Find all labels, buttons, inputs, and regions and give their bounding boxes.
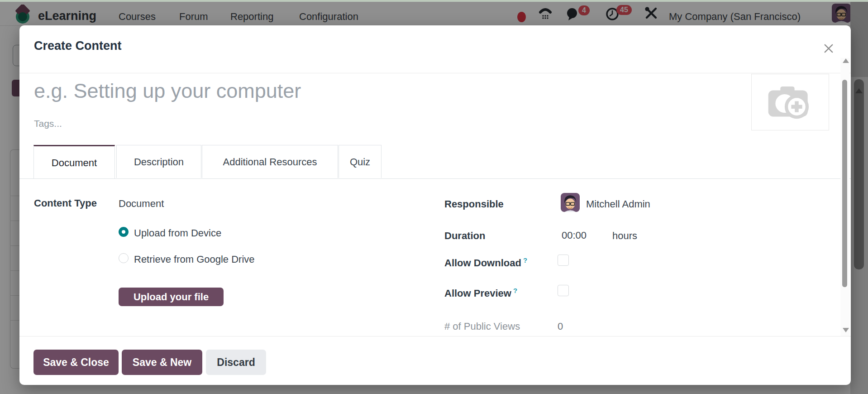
notebook-tabs: Document Description Additional Resource… <box>19 145 851 179</box>
save-new-button[interactable]: Save & New <box>122 350 202 375</box>
public-views-value: 0 <box>558 321 563 332</box>
public-views-label: # of Public Views <box>444 321 520 332</box>
content-type-value[interactable]: Document <box>119 198 164 210</box>
duration-input[interactable] <box>561 229 603 242</box>
allow-preview-checkbox[interactable] <box>558 285 569 296</box>
screen: eLearning Courses Forum Reporting Config… <box>0 0 868 394</box>
discard-button[interactable]: Discard <box>206 350 266 375</box>
allow-preview-label: Allow Preview? <box>444 287 517 299</box>
allow-download-text: Allow Download <box>444 257 521 269</box>
close-icon[interactable] <box>820 40 838 58</box>
duration-label: Duration <box>444 230 485 242</box>
tab-document[interactable]: Document <box>33 145 115 178</box>
content-title-input[interactable] <box>33 76 714 106</box>
content-type-label: Content Type <box>34 197 97 209</box>
tab-quiz[interactable]: Quiz <box>339 145 382 178</box>
radio-retrieve-google-drive-label[interactable]: Retrieve from Google Drive <box>134 254 255 265</box>
duration-unit: hours <box>612 230 637 242</box>
tab-additional-resources[interactable]: Additional Resources <box>202 145 338 178</box>
help-icon[interactable]: ? <box>513 287 517 294</box>
tags-input[interactable] <box>33 116 442 131</box>
top-accent-strip <box>0 0 868 2</box>
scroll-up-icon[interactable] <box>843 58 849 63</box>
dialog-title: Create Content <box>34 39 122 53</box>
upload-file-button[interactable]: Upload your file <box>119 288 224 306</box>
dialog-scrollbar-thumb[interactable] <box>842 80 847 287</box>
content-image-upload[interactable] <box>751 74 829 130</box>
footer-divider <box>19 336 851 336</box>
radio-upload-from-device-label[interactable]: Upload from Device <box>134 227 221 239</box>
save-close-button[interactable]: Save & Close <box>33 350 119 375</box>
allow-download-label: Allow Download? <box>444 256 527 269</box>
allow-download-checkbox[interactable] <box>558 255 569 266</box>
radio-retrieve-google-drive[interactable] <box>119 253 129 263</box>
scroll-down-icon[interactable] <box>843 328 849 332</box>
help-icon[interactable]: ? <box>523 256 527 264</box>
header-divider <box>19 73 851 73</box>
responsible-avatar <box>561 193 580 212</box>
tab-description[interactable]: Description <box>116 145 201 178</box>
add-photo-icon <box>764 82 816 122</box>
responsible-value[interactable]: Mitchell Admin <box>586 198 650 210</box>
create-content-dialog: Create Content Document Description Addi… <box>19 25 851 385</box>
responsible-label: Responsible <box>444 198 504 210</box>
allow-preview-text: Allow Preview <box>444 288 511 299</box>
radio-upload-from-device[interactable] <box>119 227 129 237</box>
